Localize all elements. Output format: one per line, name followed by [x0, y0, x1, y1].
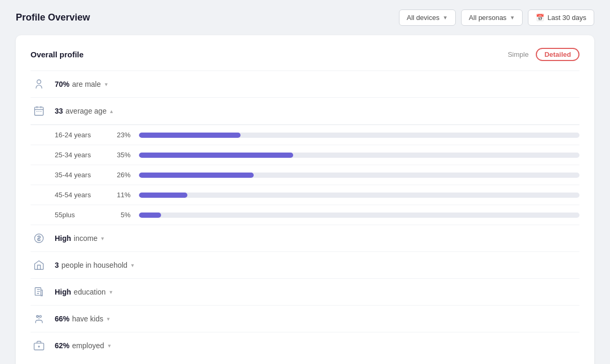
- chevron-down-icon: ▼: [509, 15, 515, 21]
- calendar-icon: 📅: [536, 14, 544, 22]
- household-row: 3 people in household ▾: [31, 251, 579, 278]
- income-icon: [31, 232, 47, 244]
- all-personas-label: All personas: [469, 14, 507, 22]
- age-pct-label: 23%: [111, 131, 131, 139]
- age-row-25-34: 25-34 years 35%: [31, 145, 579, 165]
- chevron-down-icon: ▾: [131, 262, 134, 269]
- date-range-label: Last 30 days: [547, 14, 586, 22]
- age-pct-label: 26%: [111, 171, 131, 179]
- employed-label[interactable]: 62% employed ▾: [55, 341, 111, 350]
- header-controls: All devices ▼ All personas ▼ 📅 Last 30 d…: [399, 9, 594, 26]
- chevron-down-icon: ▾: [109, 289, 113, 296]
- all-devices-button[interactable]: All devices ▼: [399, 9, 456, 26]
- simple-view-button[interactable]: Simple: [508, 50, 529, 58]
- all-devices-label: All devices: [407, 14, 439, 22]
- employed-icon: [31, 340, 47, 351]
- age-bar-container: [139, 213, 579, 218]
- gender-text: are male: [72, 80, 101, 88]
- detailed-view-button[interactable]: Detailed: [536, 48, 579, 61]
- employed-prefix: 62%: [55, 341, 69, 350]
- chevron-down-icon: ▾: [108, 342, 111, 349]
- age-row: 33 average age ▴: [31, 97, 579, 124]
- employed-text: employed: [72, 341, 104, 350]
- age-pct-label: 35%: [111, 151, 131, 159]
- chevron-up-icon: ▴: [110, 108, 113, 115]
- age-bar-container: [139, 153, 579, 158]
- education-text: education: [74, 288, 106, 296]
- education-label[interactable]: High education ▾: [55, 288, 113, 296]
- kids-icon: [31, 313, 47, 325]
- education-icon: [31, 286, 47, 298]
- all-personas-button[interactable]: All personas ▼: [461, 9, 523, 26]
- kids-prefix: 66%: [55, 315, 69, 323]
- household-icon: [31, 259, 47, 271]
- view-toggle: Simple Detailed: [508, 48, 579, 61]
- svg-point-12: [36, 316, 38, 318]
- svg-point-0: [37, 80, 41, 84]
- income-prefix: High: [55, 234, 71, 242]
- age-row-45-54: 45-54 years 11%: [31, 185, 579, 205]
- card-title: Overall profile: [31, 50, 84, 59]
- income-row: High income ▾: [31, 225, 579, 251]
- age-bar-container: [139, 173, 579, 178]
- kids-text: have kids: [72, 315, 103, 323]
- person-icon: [31, 78, 47, 90]
- age-row-16-24: 16-24 years 23%: [31, 125, 579, 145]
- household-prefix: 3: [55, 261, 59, 269]
- age-bar-fill: [139, 213, 161, 218]
- svg-point-11: [39, 316, 42, 318]
- age-row-55plus: 55plus 5%: [31, 205, 579, 225]
- age-label[interactable]: 33 average age ▴: [55, 107, 113, 115]
- age-bar-fill: [139, 153, 293, 158]
- age-row-35-44: 35-44 years 26%: [31, 165, 579, 185]
- age-range-label: 35-44 years: [55, 171, 102, 179]
- kids-label[interactable]: 66% have kids ▾: [55, 315, 110, 323]
- kids-row: 66% have kids ▾: [31, 305, 579, 332]
- chevron-down-icon: ▾: [101, 235, 104, 242]
- age-icon: [31, 105, 47, 117]
- employed-row: 62% employed ▾: [31, 332, 579, 359]
- age-pct-label: 5%: [111, 211, 131, 219]
- age-range-label: 45-54 years: [55, 191, 102, 199]
- age-text: average age: [66, 107, 107, 115]
- gender-prefix: 70%: [55, 80, 69, 88]
- age-bar-fill: [139, 193, 187, 198]
- income-label[interactable]: High income ▾: [55, 234, 104, 242]
- age-bar-fill: [139, 133, 241, 138]
- age-bar-container: [139, 193, 579, 198]
- age-range-label: 55plus: [55, 211, 102, 219]
- household-text: people in household: [62, 261, 127, 269]
- age-bar-container: [139, 133, 579, 138]
- gender-label[interactable]: 70% are male ▾: [55, 80, 108, 88]
- education-row: High education ▾: [31, 278, 579, 305]
- age-range-label: 16-24 years: [55, 131, 102, 139]
- page-header: Profile Overview All devices ▼ All perso…: [0, 0, 610, 35]
- gender-row: 70% are male ▾: [31, 70, 579, 97]
- chevron-down-icon: ▾: [107, 316, 110, 322]
- income-text: income: [74, 234, 97, 242]
- age-prefix: 33: [55, 107, 63, 115]
- date-range-button[interactable]: 📅 Last 30 days: [528, 9, 594, 26]
- household-label[interactable]: 3 people in household ▾: [55, 261, 134, 269]
- education-prefix: High: [55, 288, 71, 296]
- chevron-down-icon: ▾: [105, 81, 108, 88]
- page-title: Profile Overview: [16, 12, 90, 23]
- chevron-down-icon: ▼: [443, 15, 448, 21]
- age-range-label: 25-34 years: [55, 151, 102, 159]
- main-card: Overall profile Simple Detailed 70% are …: [16, 35, 594, 364]
- age-breakdown: 16-24 years 23% 25-34 years 35% 35-44 ye…: [31, 124, 579, 225]
- age-pct-label: 11%: [111, 191, 131, 199]
- card-header: Overall profile Simple Detailed: [31, 48, 579, 61]
- age-bar-fill: [139, 173, 254, 178]
